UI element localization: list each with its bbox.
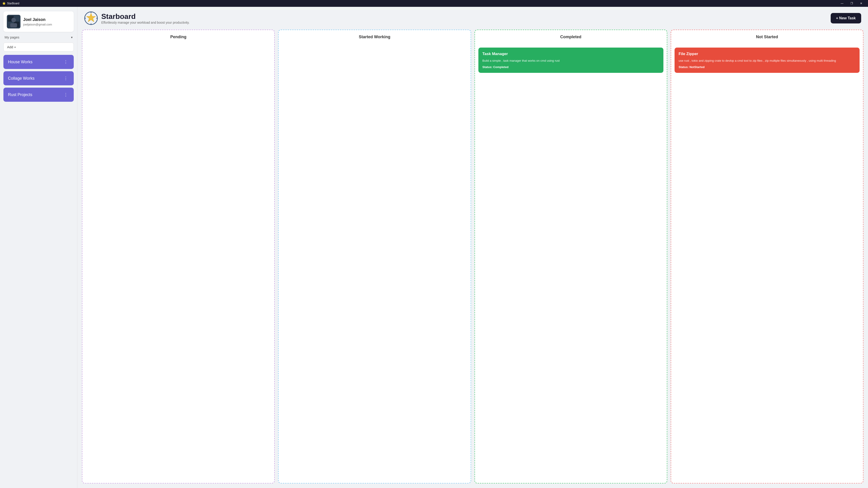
task-card-title: Task Manager xyxy=(483,52,659,56)
column-body-started xyxy=(279,44,470,483)
column-not-started: Not Started File Zipper use rust , tokio… xyxy=(671,30,863,483)
app-subtitle: Effortlessly manage your workload and bo… xyxy=(101,21,190,24)
user-card: Joel Jaison joeljaison@gmail.com xyxy=(3,11,74,32)
board-area: Pending Started Working Completed xyxy=(78,30,868,488)
title-bar: ⭐ StarBoard — ❐ ✕ xyxy=(0,0,868,7)
sidebar-item-rust-projects[interactable]: Rust Projects ⋮ xyxy=(3,88,74,102)
title-bar-icon: ⭐ xyxy=(2,2,6,5)
column-completed: Completed Task Manager Build a simple , … xyxy=(474,30,667,483)
my-pages-label: My pages xyxy=(5,35,19,39)
logo-area: Starboard Effortlessly manage your workl… xyxy=(84,11,190,25)
svg-point-8 xyxy=(91,24,92,24)
svg-point-10 xyxy=(96,18,97,19)
column-body-pending xyxy=(82,44,274,483)
user-name: Joel Jaison xyxy=(23,17,52,22)
sidebar-item-house-works[interactable]: House Works ⋮ xyxy=(3,55,74,69)
svg-point-3 xyxy=(11,18,16,22)
sidebar-item-label: Rust Projects xyxy=(8,92,32,97)
sidebar: Joel Jaison joeljaison@gmail.com My page… xyxy=(0,7,78,488)
column-body-not-started: File Zipper use rust , tokio and zipping… xyxy=(671,44,863,483)
minimize-button[interactable]: — xyxy=(837,0,847,7)
more-options-icon[interactable]: ⋮ xyxy=(62,75,69,81)
column-started-working: Started Working xyxy=(278,30,471,483)
svg-point-7 xyxy=(91,12,92,13)
logo-icon xyxy=(84,11,98,25)
task-card-description: use rust , tokio and zipping crate to de… xyxy=(679,59,856,63)
svg-marker-6 xyxy=(87,13,96,22)
task-card-status: Status: Completed xyxy=(483,65,659,69)
add-page-button[interactable]: Add + xyxy=(3,42,74,52)
main-content: Starboard Effortlessly manage your workl… xyxy=(78,7,868,488)
sidebar-item-collage-works[interactable]: Collage Works ⋮ xyxy=(3,71,74,85)
title-bar-app-name: StarBoard xyxy=(7,2,19,5)
app-title: Starboard xyxy=(101,12,190,21)
more-options-icon[interactable]: ⋮ xyxy=(62,92,69,98)
column-pending: Pending xyxy=(82,30,275,483)
task-card-description: Build a simple , task manager that works… xyxy=(483,59,659,63)
column-header-not-started: Not Started xyxy=(671,30,863,44)
more-options-icon[interactable]: ⋮ xyxy=(62,59,69,65)
svg-point-9 xyxy=(85,18,86,19)
task-card-task-manager[interactable]: Task Manager Build a simple , task manag… xyxy=(478,48,663,73)
column-body-completed: Task Manager Build a simple , task manag… xyxy=(475,44,667,483)
my-pages-row[interactable]: My pages ▾ xyxy=(3,35,74,39)
column-header-started: Started Working xyxy=(279,30,470,44)
user-email: joeljaison@gmail.com xyxy=(23,23,52,26)
header: Starboard Effortlessly manage your workl… xyxy=(78,7,868,30)
restore-button[interactable]: ❐ xyxy=(847,0,856,7)
svg-rect-4 xyxy=(10,23,17,27)
chevron-down-icon: ▾ xyxy=(71,35,72,39)
board-columns: Pending Started Working Completed xyxy=(82,30,863,483)
new-task-button[interactable]: + New Task xyxy=(831,13,861,24)
sidebar-item-label: House Works xyxy=(8,60,33,64)
avatar xyxy=(7,15,21,28)
sidebar-item-label: Collage Works xyxy=(8,76,35,81)
nav-items: House Works ⋮ Collage Works ⋮ Rust Proje… xyxy=(3,55,74,102)
close-button[interactable]: ✕ xyxy=(857,0,866,7)
task-card-title: File Zipper xyxy=(679,52,856,56)
column-header-pending: Pending xyxy=(82,30,274,44)
task-card-file-zipper[interactable]: File Zipper use rust , tokio and zipping… xyxy=(675,48,860,73)
task-card-status: Status: NotStarted xyxy=(679,65,856,69)
column-header-completed: Completed xyxy=(475,30,667,44)
